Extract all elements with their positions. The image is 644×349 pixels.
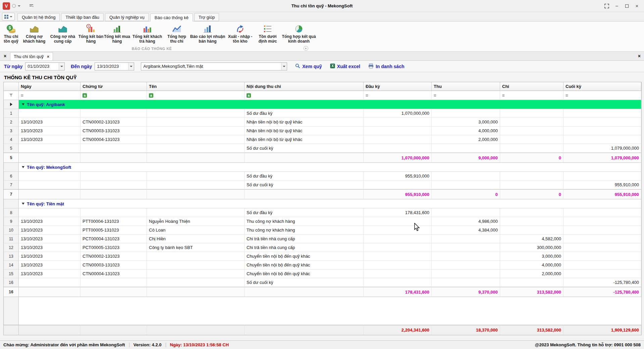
- tab-quan-tri-he-thong[interactable]: Quản trị hệ thống: [17, 13, 60, 21]
- row-header[interactable]: 1: [4, 109, 19, 118]
- filter-cell-ten[interactable]: a: [147, 91, 245, 100]
- tab-thiet-lap-ban-dau[interactable]: Thiết lập ban đầu: [61, 13, 103, 21]
- text-filter-icon[interactable]: a: [83, 93, 87, 98]
- column-header-chi[interactable]: Chi: [500, 82, 564, 91]
- text-filter-icon[interactable]: a: [247, 93, 251, 98]
- row-header[interactable]: 5: [4, 144, 19, 153]
- row-header[interactable]: 16: [4, 287, 19, 297]
- document-tab-thu-chi-ton-quy[interactable]: Thu chi tồn quỹ ×: [10, 52, 53, 60]
- equals-filter-icon[interactable]: =: [502, 93, 505, 98]
- minimize-button[interactable]: −: [612, 2, 622, 10]
- ribbon-item-cong-no-khach-hang[interactable]: Công nợ khách hàng: [21, 23, 48, 45]
- column-header-ngay[interactable]: Ngày: [19, 82, 80, 91]
- row-header[interactable]: 3: [4, 127, 19, 135]
- grid-data-row[interactable]: 213/10/2023CTN00002-131023Nhận tiền nội …: [4, 118, 641, 127]
- quick-access-caret-icon[interactable]: [18, 5, 20, 7]
- grid-data-row[interactable]: 1Số dư đầu kỳ1,070,000,000: [4, 109, 641, 118]
- filter-cell-noidung[interactable]: a: [245, 91, 364, 100]
- row-indicator[interactable]: [4, 199, 19, 208]
- ribbon-item-bao-cao-loi-nhuan-ban-hang[interactable]: Báo cáo lợi nhuận bán hàng: [189, 23, 226, 45]
- grid-data-row[interactable]: 413/10/2023CTN00004-131023Nhận tiền nội …: [4, 135, 641, 144]
- grid-group-row[interactable]: Tên quỹ: Argibank: [4, 100, 641, 109]
- row-header[interactable]: 7: [4, 181, 19, 189]
- group-caption-cell[interactable]: Tên quỹ: Argibank: [19, 100, 641, 109]
- ribbon-item-thu-chi-ton-quy[interactable]: $ Thu chi tồn quỹ: [1, 23, 21, 45]
- tab-quan-ly-nghiep-vu[interactable]: Quản lý nghiệp vụ: [105, 13, 149, 21]
- row-indicator[interactable]: [4, 100, 19, 109]
- grid-data-row[interactable]: 1113/10/2023PCT00004-131023Chị HiềnChi t…: [4, 235, 641, 243]
- ribbon-item-tong-hop-thu-chi[interactable]: Tổng hợp thu chi: [164, 23, 189, 45]
- filter-cell-cuoiky[interactable]: =: [564, 91, 641, 100]
- row-header[interactable]: 4: [4, 135, 19, 144]
- ribbon-item-ton-duoi-dinh-muc[interactable]: Tồn dưới định mức: [254, 23, 281, 45]
- column-header-dauky[interactable]: Đầu kỳ: [364, 82, 432, 91]
- column-header-thu[interactable]: Thu: [432, 82, 500, 91]
- column-header-cuoiky[interactable]: Cuối kỳ: [564, 82, 641, 91]
- column-header-ten[interactable]: Tên: [147, 82, 245, 91]
- row-header[interactable]: 8: [4, 208, 19, 217]
- ribbon-item-tong-hop-ket-qua-kinh-doanh[interactable]: Tổng hợp kết quả kinh doanh: [281, 23, 317, 45]
- customize-toolbar-icon[interactable]: [29, 4, 34, 8]
- row-header[interactable]: 15: [4, 269, 19, 278]
- filter-cell-chungtu[interactable]: a: [80, 91, 147, 100]
- ribbon-item-xuat-nhap-ton-kho[interactable]: Xuất - nhập - tồn kho: [226, 23, 254, 45]
- tab-bao-cao-thong-ke[interactable]: Báo cáo thống kê: [150, 13, 193, 21]
- column-header-noidung[interactable]: Nội dung thu chi: [245, 82, 364, 91]
- grid-data-row[interactable]: 1213/10/2023PCT00005-131023Công ty bánh …: [4, 243, 641, 252]
- grid-data-row[interactable]: 1013/10/2023PTT00005-131023Cô LoanThu cô…: [4, 226, 641, 235]
- grid-data-row[interactable]: 1413/10/2023CTN00003-131023Chuyển tiền n…: [4, 261, 641, 269]
- ribbon-item-tong-ket-khach-tra-hang[interactable]: Tổng kết khách trả hàng: [130, 23, 164, 45]
- ribbon-item-cong-no-nha-cung-cap[interactable]: Công nợ nhà cung cấp: [48, 23, 78, 45]
- equals-filter-icon[interactable]: =: [366, 93, 368, 98]
- group-caption-cell[interactable]: Tên quỹ: Tiền mặt: [19, 199, 641, 208]
- from-date-picker[interactable]: 01/10/2023: [25, 62, 65, 70]
- grid-data-row[interactable]: 1313/10/2023CTN00002-131023Chuyển tiền n…: [4, 252, 641, 261]
- collapse-group-icon[interactable]: [22, 166, 24, 168]
- to-date-picker[interactable]: 13/10/2023: [95, 62, 134, 70]
- grid-group-row[interactable]: Tên quỹ: Tiền mặt: [4, 199, 641, 208]
- column-header-chungtu[interactable]: Chứng từ: [80, 82, 147, 91]
- maximize-button[interactable]: [622, 2, 632, 10]
- equals-filter-icon[interactable]: =: [566, 93, 568, 98]
- row-header[interactable]: 5: [4, 153, 19, 163]
- export-excel-button[interactable]: X Xuất excel: [330, 63, 360, 69]
- row-header[interactable]: 2: [4, 118, 19, 127]
- quick-access-circle-icon[interactable]: [12, 4, 16, 8]
- filter-cell-thu[interactable]: =: [432, 91, 500, 100]
- row-header[interactable]: 13: [4, 252, 19, 261]
- view-fund-button[interactable]: Xem quỹ: [295, 63, 322, 69]
- equals-filter-icon[interactable]: =: [434, 93, 436, 98]
- fit-screen-button[interactable]: [602, 2, 612, 10]
- print-list-button[interactable]: In danh sách: [368, 63, 405, 69]
- close-document-button-right[interactable]: ×: [636, 52, 643, 60]
- row-header[interactable]: 7: [4, 189, 19, 199]
- group-dialog-launcher-icon[interactable]: ▾: [304, 46, 308, 51]
- grid-data-row[interactable]: 16Số dư cuối kỳ-125,780,400: [4, 278, 641, 287]
- ribbon-item-tong-ket-mua-hang[interactable]: Tổng kết mua hàng: [104, 23, 130, 45]
- close-tab-icon[interactable]: ×: [47, 54, 49, 59]
- grid-data-row[interactable]: 1513/10/2023CTN00004-131023Chuyển tiền n…: [4, 269, 641, 278]
- row-header[interactable]: 12: [4, 243, 19, 252]
- group-caption-cell[interactable]: Tên quỹ: MekongSoft: [19, 163, 641, 172]
- fund-select[interactable]: Argibank,MekongSoft,Tiền mặt: [141, 62, 287, 70]
- ribbon-item-tong-ket-ban-hang[interactable]: Tổng kết bán hàng: [78, 23, 104, 45]
- row-header[interactable]: 16: [4, 278, 19, 287]
- grid-data-row[interactable]: 313/10/2023CTN00003-131023Nhận tiền nội …: [4, 127, 641, 135]
- grid-data-row[interactable]: 913/10/2023PTT00004-131023Nguyễn Hoàng T…: [4, 217, 641, 226]
- grid-data-row[interactable]: 6Số dư đầu kỳ955,910,000: [4, 172, 641, 181]
- filter-cell-ngay[interactable]: =: [19, 91, 80, 100]
- grid-data-row[interactable]: 5Số dư cuối kỳ1,079,000,000: [4, 144, 641, 153]
- row-header[interactable]: 9: [4, 217, 19, 226]
- row-indicator[interactable]: [4, 163, 19, 172]
- grid-group-row[interactable]: Tên quỹ: MekongSoft: [4, 163, 641, 172]
- app-menu-button[interactable]: [2, 13, 15, 20]
- row-header[interactable]: 14: [4, 261, 19, 269]
- row-header[interactable]: 10: [4, 226, 19, 235]
- filter-cell-chi[interactable]: =: [500, 91, 564, 100]
- grid-data-row[interactable]: 7Số dư cuối kỳ955,910,000: [4, 181, 641, 189]
- collapse-group-icon[interactable]: [22, 203, 24, 205]
- close-document-button-left[interactable]: ×: [0, 52, 10, 60]
- equals-filter-icon[interactable]: =: [21, 93, 23, 98]
- close-button[interactable]: ×: [632, 2, 642, 10]
- text-filter-icon[interactable]: a: [149, 93, 153, 98]
